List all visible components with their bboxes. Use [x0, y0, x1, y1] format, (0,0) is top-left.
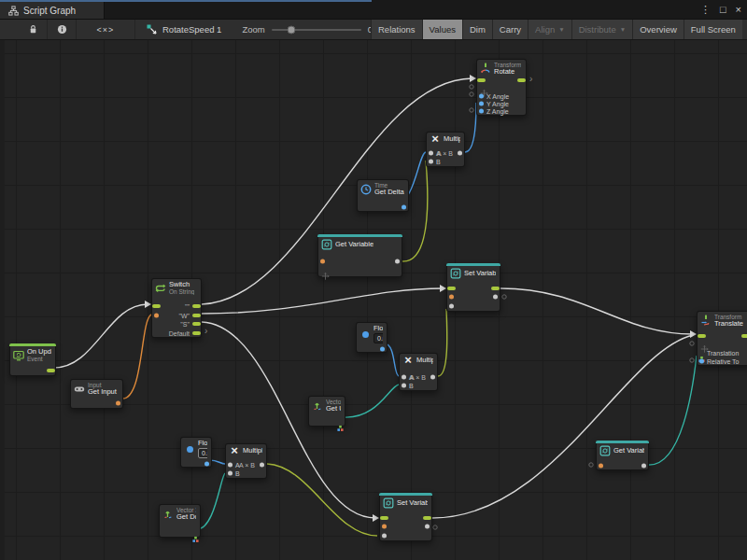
- value-port[interactable]: [699, 358, 704, 363]
- vector3-port[interactable]: [192, 530, 199, 537]
- flow-port[interactable]: [491, 287, 500, 290]
- self-transform-icon[interactable]: [480, 84, 488, 92]
- graph-selector[interactable]: RotateSpeed 1: [147, 20, 221, 39]
- value-port[interactable]: [154, 313, 159, 317]
- flow-port[interactable]: [698, 334, 706, 338]
- connection-wire[interactable]: [500, 288, 693, 334]
- value-port[interactable]: [395, 259, 400, 264]
- node-float-1[interactable]: Float0.01: [356, 322, 388, 353]
- toolbar-button-values[interactable]: Values: [422, 20, 462, 39]
- node-multiply-2[interactable]: ×MultiplyAA × BB: [399, 353, 438, 391]
- flow-port[interactable]: [152, 304, 161, 308]
- flow-port[interactable]: [380, 516, 388, 520]
- node-get-variable-1[interactable]: Get Variable: [317, 234, 402, 277]
- flow-port[interactable]: [517, 78, 526, 82]
- toolbar-button-relations[interactable]: Relations: [371, 20, 422, 39]
- flow-port[interactable]: [741, 334, 747, 338]
- value-port[interactable]: [116, 401, 120, 406]
- unconnected-port-indicator[interactable]: [502, 295, 506, 299]
- value-port[interactable]: [641, 463, 646, 468]
- node-transform-translate[interactable]: TransformTranslateTranslationRelative To: [697, 311, 747, 366]
- value-port[interactable]: [458, 150, 462, 155]
- value-port[interactable]: [429, 150, 433, 155]
- value-port[interactable]: [429, 160, 433, 164]
- toolbar-button-distribute[interactable]: Distribute▼: [571, 20, 633, 39]
- unconnected-port-indicator[interactable]: [690, 358, 694, 362]
- value-port[interactable]: [449, 295, 454, 300]
- vector3-port[interactable]: [698, 349, 705, 356]
- connection-wire[interactable]: [121, 315, 151, 399]
- node-set-variable-2[interactable]: Set Variable: [379, 493, 432, 541]
- inline-value-input[interactable]: 0.01: [374, 333, 383, 343]
- node-get-input-string[interactable]: InputGet Input String: [70, 379, 123, 409]
- flow-port[interactable]: [447, 287, 456, 290]
- connection-wire[interactable]: [202, 288, 443, 314]
- toolbar-button-dim[interactable]: Dim: [462, 20, 492, 39]
- value-port[interactable]: [382, 525, 387, 529]
- connection-wire[interactable]: [54, 304, 148, 368]
- node-vector3-get-down[interactable]: Vector 3Get Down: [159, 504, 201, 538]
- unconnected-port-indicator[interactable]: [470, 92, 473, 96]
- self-transform-icon[interactable]: [321, 267, 330, 275]
- node-switch-on-string[interactable]: SwitchOn String"""W""S"Default: [151, 278, 202, 338]
- flow-port[interactable]: [192, 314, 201, 317]
- node-vector3-get-up[interactable]: Vector 3Get Up: [308, 396, 345, 427]
- value-port[interactable]: [479, 109, 484, 114]
- value-port[interactable]: [402, 204, 406, 209]
- zoom-slider-handle[interactable]: [287, 25, 295, 34]
- self-transform-icon[interactable]: [700, 340, 709, 348]
- code-preview-button[interactable]: <×>: [77, 20, 135, 39]
- value-port[interactable]: [380, 346, 385, 351]
- node-float-2[interactable]: Float0.01: [180, 437, 212, 468]
- value-port[interactable]: [228, 462, 233, 467]
- toolbar-button-align[interactable]: Align▼: [528, 20, 571, 39]
- value-port[interactable]: [228, 471, 233, 476]
- info-button[interactable]: [48, 20, 77, 39]
- node-get-variable-2[interactable]: Get Variable: [596, 441, 649, 470]
- flow-port[interactable]: [423, 516, 431, 520]
- unconnected-port-indicator[interactable]: [470, 108, 473, 112]
- toolbar-button-overview[interactable]: Overview: [632, 20, 684, 39]
- connection-wire[interactable]: [344, 385, 399, 417]
- unconnected-port-indicator[interactable]: [690, 342, 694, 345]
- connection-wire[interactable]: [202, 322, 375, 518]
- value-port[interactable]: [449, 303, 454, 308]
- flow-port[interactable]: [192, 304, 201, 308]
- graph-canvas[interactable]: ›› On UpdateEventInputGet Input StringSw…: [0, 40, 747, 560]
- flow-port[interactable]: [192, 322, 201, 326]
- value-port[interactable]: [493, 295, 498, 300]
- value-port[interactable]: [599, 463, 603, 468]
- flow-port[interactable]: [477, 78, 486, 82]
- toolbar-button-carry[interactable]: Carry: [492, 20, 528, 39]
- connection-wire[interactable]: [465, 103, 476, 152]
- connection-wire[interactable]: [432, 335, 693, 518]
- toolbar-button-full-screen[interactable]: Full Screen: [684, 20, 742, 39]
- node-on-update-event[interactable]: On UpdateEvent: [9, 343, 56, 376]
- zoom-slider-track[interactable]: [272, 29, 361, 31]
- value-port[interactable]: [320, 259, 325, 264]
- connection-wire[interactable]: [649, 356, 697, 465]
- unconnected-port-indicator[interactable]: [433, 525, 437, 529]
- close-icon[interactable]: ×: [736, 3, 741, 16]
- inline-value-input[interactable]: 0.01: [198, 448, 207, 458]
- vector3-port[interactable]: [337, 419, 344, 426]
- value-port[interactable]: [382, 533, 387, 538]
- value-port[interactable]: [402, 384, 406, 388]
- connection-wire[interactable]: [267, 464, 377, 536]
- node-multiply-3[interactable]: ×MultiplyAA × BB: [225, 443, 267, 479]
- value-port[interactable]: [425, 525, 430, 529]
- value-port[interactable]: [204, 461, 209, 466]
- flow-port[interactable]: [47, 369, 55, 372]
- unconnected-port-indicator[interactable]: [589, 463, 593, 467]
- node-multiply-1[interactable]: ×MultiplyAA × BB: [426, 132, 465, 167]
- value-port[interactable]: [479, 94, 484, 99]
- value-port[interactable]: [260, 462, 264, 467]
- flow-port[interactable]: [192, 331, 201, 335]
- node-get-delta-time[interactable]: TimeGet Delta Time: [357, 179, 409, 212]
- unconnected-port-indicator[interactable]: [470, 85, 473, 89]
- value-port[interactable]: [479, 102, 484, 106]
- node-transform-rotate[interactable]: TransformRotateX AngleY AngleZ Angle: [476, 59, 527, 116]
- lock-button[interactable]: [19, 20, 48, 39]
- tab-script-graph[interactable]: Script Graph: [0, 2, 105, 19]
- more-icon[interactable]: ⋮: [700, 3, 711, 16]
